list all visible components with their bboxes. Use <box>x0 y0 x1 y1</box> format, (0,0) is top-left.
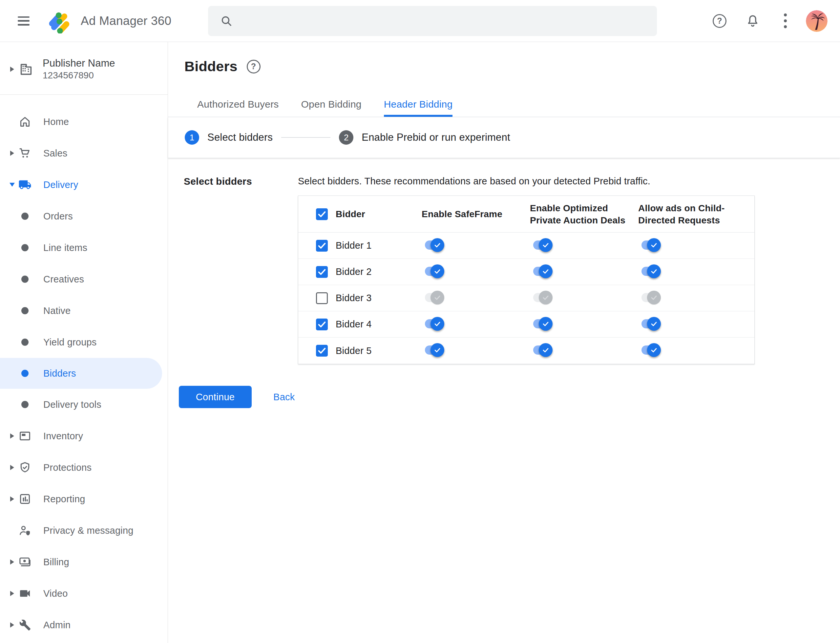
bullet-icon <box>18 398 31 411</box>
publisher-account-switcher[interactable]: Publisher Name 1234567890 <box>0 57 168 82</box>
child-directed-toggle[interactable] <box>641 264 666 279</box>
setup-stepper: 1 Select bidders 2 Enable Prebid or run … <box>168 117 840 158</box>
optimized-deals-toggle[interactable] <box>533 238 557 252</box>
top-app-bar: Ad Manager 360 ? <box>0 0 840 42</box>
avatar[interactable] <box>806 10 827 32</box>
wrench-icon <box>18 619 31 632</box>
safeframe-toggle[interactable] <box>425 264 449 279</box>
sidebar-item-delivery-tools[interactable]: Delivery tools <box>0 389 168 420</box>
table-row: Bidder 4 <box>298 311 754 338</box>
shield-check-icon <box>18 461 31 474</box>
safeframe-toggle[interactable] <box>425 238 449 252</box>
caret-down-icon <box>10 183 15 187</box>
safeframe-toggle[interactable] <box>425 343 449 357</box>
child-directed-toggle[interactable] <box>641 238 666 252</box>
optimized-deals-toggle[interactable] <box>533 264 557 279</box>
bidder-name: Bidder 2 <box>336 266 422 277</box>
search-bar[interactable] <box>208 6 657 36</box>
truck-icon <box>18 178 31 191</box>
more-options-icon[interactable] <box>783 12 788 30</box>
sidebar-item-bidders[interactable]: Bidders <box>0 358 162 389</box>
continue-button[interactable]: Continue <box>179 386 252 408</box>
tab-header-bidding[interactable]: Header Bidding <box>373 99 464 117</box>
page-title: Bidders <box>185 59 237 75</box>
expand-caret-icon[interactable] <box>10 67 14 72</box>
menu-icon[interactable] <box>18 16 29 26</box>
sidebar-item-creatives[interactable]: Creatives <box>0 263 168 295</box>
optimized-deals-toggle[interactable] <box>533 290 557 305</box>
back-link[interactable]: Back <box>273 392 295 403</box>
publisher-name: Publisher Name <box>42 57 115 70</box>
sidebar-item-yield-groups[interactable]: Yield groups <box>0 326 168 358</box>
tab-authorized-buyers[interactable]: Authorized Buyers <box>186 99 290 117</box>
sidebar-item-sales[interactable]: Sales <box>0 137 168 169</box>
sidebar-item-delivery[interactable]: Delivery <box>0 169 168 201</box>
table-row: Bidder 5 <box>298 338 754 364</box>
search-input[interactable] <box>241 15 634 26</box>
bidder-name: Bidder 3 <box>336 293 422 304</box>
safeframe-toggle[interactable] <box>425 290 449 305</box>
child-directed-toggle[interactable] <box>641 343 666 357</box>
sidebar-item-admin[interactable]: Admin <box>0 609 168 641</box>
column-header-optimized-deals: Enable Optimized Private Auction Deals <box>530 202 626 226</box>
bidder-name: Bidder 4 <box>336 319 422 330</box>
ad-manager-logo-icon[interactable] <box>47 8 72 33</box>
optimized-deals-toggle[interactable] <box>533 343 557 357</box>
sidebar-item-video[interactable]: Video <box>0 578 168 609</box>
bullet-icon <box>18 336 31 349</box>
table-header-row: Bidder Enable SafeFrame Enable Optimized… <box>298 196 754 233</box>
bullet-icon <box>18 273 31 286</box>
caret-right-icon <box>10 150 14 156</box>
sidebar-divider <box>0 95 168 95</box>
billing-icon <box>18 555 31 568</box>
table-row: Bidder 2 <box>298 259 754 285</box>
bidders-table: Bidder Enable SafeFrame Enable Optimized… <box>298 196 755 364</box>
privacy-person-shield-icon <box>18 524 31 537</box>
safeframe-toggle[interactable] <box>425 317 449 331</box>
section-label: Select bidders <box>184 175 298 364</box>
search-icon <box>220 15 233 28</box>
select-all-checkbox[interactable] <box>316 208 328 220</box>
table-row: Bidder 3 <box>298 285 754 311</box>
row-checkbox[interactable] <box>316 266 328 278</box>
sidebar-item-native[interactable]: Native <box>0 295 168 326</box>
help-icon[interactable]: ? <box>713 14 726 28</box>
step-select-bidders[interactable]: 1 Select bidders <box>185 130 273 145</box>
row-checkbox[interactable] <box>316 318 328 330</box>
sidebar-item-inventory[interactable]: Inventory <box>0 420 168 452</box>
step-connector <box>281 137 330 138</box>
caret-right-icon <box>10 433 14 439</box>
child-directed-toggle[interactable] <box>641 317 666 331</box>
sidebar-item-billing[interactable]: Billing <box>0 546 168 578</box>
page-help-icon[interactable]: ? <box>247 60 260 73</box>
child-directed-toggle[interactable] <box>641 290 666 305</box>
tab-bar: Authorized Buyers Open Bidding Header Bi… <box>168 93 840 117</box>
home-icon <box>18 115 31 128</box>
column-header-bidder: Bidder <box>336 208 422 220</box>
table-row: Bidder 1 <box>298 233 754 259</box>
notifications-icon[interactable] <box>745 14 760 28</box>
sidebar-item-privacy-messaging[interactable]: Privacy & messaging <box>0 515 168 546</box>
sidebar: Publisher Name 1234567890 Home <box>0 42 168 643</box>
table-description: Select bidders. These recommendations ar… <box>298 175 755 187</box>
sidebar-item-protections[interactable]: Protections <box>0 452 168 483</box>
sidebar-item-home[interactable]: Home <box>0 106 168 137</box>
row-checkbox[interactable] <box>316 292 328 304</box>
caret-right-icon <box>10 591 14 596</box>
step-enable-prebid[interactable]: 2 Enable Prebid or run experiment <box>339 130 510 145</box>
sidebar-item-reporting[interactable]: Reporting <box>0 483 168 515</box>
sidebar-item-line-items[interactable]: Line items <box>0 232 168 263</box>
inventory-icon <box>18 429 31 442</box>
sidebar-item-orders[interactable]: Orders <box>0 201 168 232</box>
step-number: 1 <box>185 130 199 145</box>
optimized-deals-toggle[interactable] <box>533 317 557 331</box>
row-checkbox[interactable] <box>316 240 328 251</box>
tab-open-bidding[interactable]: Open Bidding <box>290 99 373 117</box>
step-number: 2 <box>339 130 353 145</box>
column-header-child-directed: Allow ads on Child-Directed Requests <box>638 202 725 226</box>
main-content: Bidders ? Authorized Buyers Open Bidding… <box>168 42 840 643</box>
bullet-icon <box>18 304 31 317</box>
bullet-icon <box>18 210 31 223</box>
caret-right-icon <box>10 622 14 628</box>
row-checkbox[interactable] <box>316 345 328 357</box>
